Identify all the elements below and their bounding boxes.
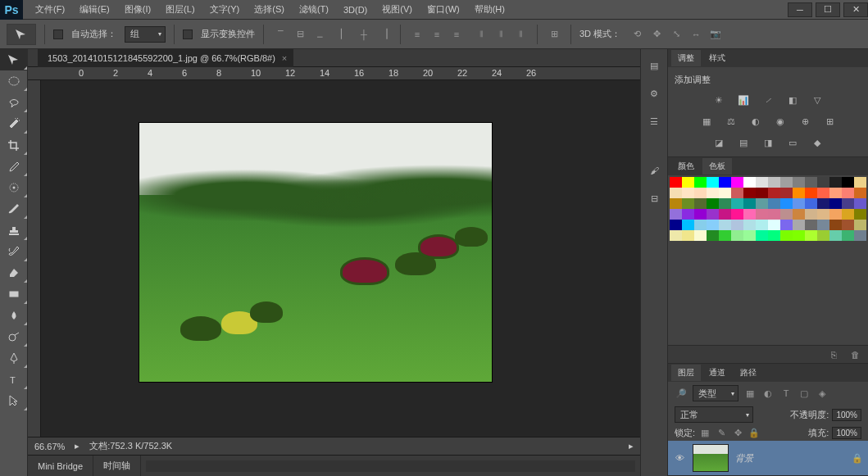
swatch[interactable] — [731, 220, 743, 230]
align-left-icon[interactable]: ▏ — [336, 26, 352, 43]
lock-transparent-icon[interactable]: ▦ — [698, 426, 711, 439]
pen-tool[interactable] — [0, 347, 28, 369]
photofilter-icon[interactable]: ◉ — [772, 114, 788, 129]
hue-icon[interactable]: ▦ — [698, 114, 715, 129]
swatch[interactable] — [842, 198, 854, 209]
status-menu-icon[interactable]: ▸ — [629, 441, 634, 451]
lock-pixels-icon[interactable]: ✎ — [715, 426, 728, 439]
swatch[interactable] — [756, 220, 768, 230]
swatch[interactable] — [731, 188, 743, 198]
swatch[interactable] — [768, 188, 780, 198]
lock-all-icon[interactable]: 🔒 — [748, 426, 761, 439]
clone-panel-icon[interactable]: ⊟ — [644, 188, 664, 208]
ruler-vertical[interactable] — [28, 80, 41, 437]
swatch[interactable] — [817, 198, 829, 209]
minimize-button[interactable]: ─ — [788, 2, 812, 17]
swatch[interactable] — [854, 198, 866, 209]
camera-icon[interactable]: 📷 — [707, 26, 724, 43]
swatch[interactable] — [694, 198, 707, 209]
type-tool[interactable]: T — [0, 369, 28, 390]
swatch[interactable] — [743, 230, 756, 241]
swatch[interactable] — [682, 177, 694, 188]
exposure-icon[interactable]: ◧ — [784, 93, 801, 107]
swatch[interactable] — [731, 177, 743, 188]
actions-panel-icon[interactable]: ⚙ — [644, 84, 664, 103]
layer-thumbnail[interactable] — [693, 444, 729, 472]
history-brush-tool[interactable] — [0, 241, 28, 262]
zoom-arrow-icon[interactable]: ▸ — [75, 441, 80, 451]
ruler-horizontal[interactable]: 0 2 4 6 8 10 12 14 16 18 20 22 24 26 — [28, 67, 640, 80]
canvas[interactable] — [41, 80, 640, 437]
auto-select-dropdown[interactable]: 组 — [125, 26, 166, 43]
dist-left-icon[interactable]: ⦀ — [473, 26, 489, 43]
swatch[interactable] — [768, 230, 780, 241]
tab-styles[interactable]: 样式 — [702, 50, 732, 66]
menu-layer[interactable]: 图层(L) — [158, 0, 202, 20]
swatch[interactable] — [780, 188, 793, 198]
swatch[interactable] — [719, 220, 731, 230]
menu-edit[interactable]: 编辑(E) — [72, 0, 117, 20]
dist-top-icon[interactable]: ≡ — [409, 26, 425, 43]
tab-timeline[interactable]: 时间轴 — [93, 456, 141, 477]
swatch[interactable] — [805, 177, 817, 188]
filter-kind-dropdown[interactable]: 类型 — [693, 385, 738, 401]
tool-indicator[interactable] — [7, 24, 36, 45]
tab-layers[interactable]: 图层 — [671, 365, 701, 381]
auto-select-checkbox[interactable] — [53, 29, 63, 39]
dolly-icon[interactable]: ⤡ — [668, 26, 684, 43]
swatch[interactable] — [793, 198, 805, 209]
align-top-icon[interactable]: ⎺ — [272, 26, 289, 43]
swatch[interactable] — [731, 209, 743, 220]
slide-icon[interactable]: ↔ — [688, 26, 704, 43]
tab-adjustments[interactable]: 调整 — [671, 50, 701, 66]
filter-pixel-icon[interactable]: ▦ — [743, 387, 757, 400]
blur-tool[interactable] — [0, 305, 28, 326]
menu-window[interactable]: 窗口(W) — [420, 0, 467, 20]
filter-type-icon[interactable]: T — [779, 387, 793, 400]
swatch[interactable] — [719, 209, 731, 220]
swatch[interactable] — [670, 209, 682, 220]
swatch[interactable] — [842, 209, 854, 220]
align-right-icon[interactable]: ▕ — [375, 26, 392, 43]
selectivecolor-icon[interactable]: ◆ — [809, 135, 825, 150]
swatch[interactable] — [719, 177, 731, 188]
eraser-tool[interactable] — [0, 262, 28, 283]
swatch[interactable] — [707, 198, 719, 209]
swatch[interactable] — [743, 220, 756, 230]
brightness-icon[interactable]: ☀ — [711, 93, 727, 107]
swatch[interactable] — [780, 177, 793, 188]
new-swatch-icon[interactable]: ⎘ — [827, 348, 840, 361]
swatch[interactable] — [670, 177, 682, 188]
swatch[interactable] — [842, 188, 854, 198]
swatch[interactable] — [829, 220, 842, 230]
swatch[interactable] — [793, 188, 805, 198]
swatch[interactable] — [682, 220, 694, 230]
swatch[interactable] — [768, 177, 780, 188]
dist-vcenter-icon[interactable]: ≡ — [429, 26, 445, 43]
lasso-tool[interactable] — [0, 92, 28, 113]
swatch[interactable] — [805, 230, 817, 241]
swatch[interactable] — [793, 177, 805, 188]
swatch[interactable] — [842, 177, 854, 188]
swatch[interactable] — [817, 230, 829, 241]
maximize-button[interactable]: ☐ — [816, 2, 840, 17]
dist-hcenter-icon[interactable]: ⦀ — [493, 26, 509, 43]
dist-right-icon[interactable]: ⦀ — [512, 26, 529, 43]
blend-mode-dropdown[interactable]: 正常 — [675, 406, 753, 423]
swatch[interactable] — [756, 230, 768, 241]
fill-value[interactable]: 100% — [832, 427, 861, 439]
swatch[interactable] — [743, 209, 756, 220]
opacity-value[interactable]: 100% — [832, 409, 861, 421]
swatch[interactable] — [780, 209, 793, 220]
swatch[interactable] — [719, 198, 731, 209]
swatch[interactable] — [805, 220, 817, 230]
colorbalance-icon[interactable]: ⚖ — [723, 114, 739, 129]
menu-file[interactable]: 文件(F) — [28, 0, 72, 20]
brush-tool[interactable] — [0, 198, 28, 220]
close-button[interactable]: ✕ — [843, 2, 868, 17]
swatch[interactable] — [670, 230, 682, 241]
swatch[interactable] — [682, 230, 694, 241]
swatch[interactable] — [682, 188, 694, 198]
swatch[interactable] — [829, 188, 842, 198]
menu-image[interactable]: 图像(I) — [117, 0, 158, 20]
